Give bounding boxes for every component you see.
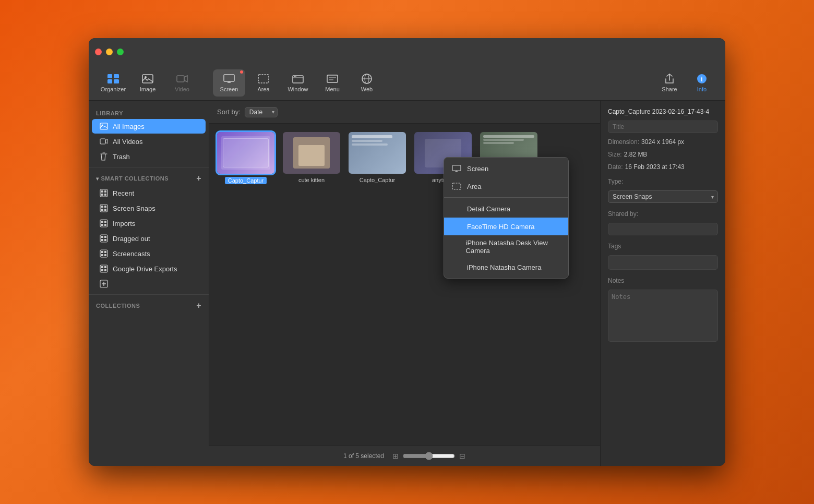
svg-rect-3 — [114, 79, 119, 83]
thumbnail-label-3: Capto_Captur — [360, 177, 396, 183]
svg-rect-58 — [452, 183, 461, 189]
smart-collections-chevron[interactable]: ▾ — [96, 176, 99, 182]
info-dimension-row: Dimension: 3024 x 1964 px — [608, 138, 718, 146]
zoom-slider[interactable] — [403, 452, 455, 460]
dropdown-facetime-icon — [451, 221, 462, 232]
sort-select[interactable]: Date Name Size — [245, 107, 278, 117]
trash-label: Trash — [113, 153, 130, 161]
dropdown-detail-camera-icon — [451, 203, 462, 214]
video-button[interactable]: Video — [166, 69, 198, 97]
info-title-input[interactable] — [608, 121, 718, 133]
organizer-icon — [106, 73, 121, 85]
svg-rect-49 — [100, 265, 107, 272]
recent-label: Recent — [113, 189, 134, 197]
dropdown-detail-camera-label: Detail Camera — [467, 205, 510, 213]
svg-rect-32 — [101, 209, 103, 211]
screen-button[interactable]: Screen — [213, 69, 245, 97]
maximize-button[interactable] — [117, 49, 124, 55]
svg-rect-25 — [101, 190, 103, 193]
image-button[interactable]: Image — [131, 69, 164, 97]
svg-rect-51 — [104, 266, 106, 268]
thumbnail-image-1 — [217, 132, 274, 174]
svg-rect-29 — [100, 205, 107, 212]
svg-rect-24 — [100, 189, 107, 197]
share-button[interactable]: Share — [654, 69, 685, 97]
info-shared-by-input[interactable] — [608, 223, 718, 235]
sidebar-item-add-collection[interactable] — [92, 277, 206, 291]
svg-rect-8 — [258, 75, 269, 83]
info-size-label: Size: — [608, 151, 622, 158]
add-collection-icon — [99, 279, 109, 289]
add-smart-collection-button[interactable]: + — [196, 174, 201, 183]
dropdown-iphone-camera-label: iPhone Natasha Camera — [467, 263, 541, 271]
svg-rect-45 — [101, 251, 103, 253]
info-type-dropdown[interactable]: Screen Snaps — [608, 190, 718, 203]
sidebar-item-google-drive-exports[interactable]: Google Drive Exports — [92, 261, 206, 276]
sidebar-item-all-images[interactable]: All Images — [92, 119, 206, 134]
svg-rect-40 — [101, 236, 103, 238]
svg-rect-57 — [452, 165, 461, 171]
content-toolbar: Sort by: Date Name Size — [209, 101, 600, 124]
svg-rect-52 — [101, 269, 103, 271]
svg-rect-50 — [101, 266, 103, 268]
slider-area: ⊞ ⊟ — [392, 452, 465, 460]
area-button[interactable]: Area — [247, 69, 280, 97]
window-button[interactable]: Window — [282, 69, 314, 97]
area-icon — [256, 73, 271, 85]
dropdown-area-icon — [451, 181, 462, 191]
menu-button[interactable]: Menu — [316, 69, 349, 97]
svg-rect-34 — [100, 220, 107, 227]
thumbnail-image-3 — [349, 132, 406, 174]
svg-rect-28 — [104, 194, 106, 196]
google-drive-exports-icon — [99, 264, 109, 273]
web-button[interactable]: Web — [351, 69, 383, 97]
svg-rect-39 — [100, 235, 107, 242]
thumbnail-item-1[interactable]: Capto_Captur — [217, 132, 274, 184]
svg-rect-7 — [224, 75, 234, 81]
add-collection-button[interactable]: + — [196, 301, 201, 310]
svg-rect-53 — [104, 269, 106, 271]
all-videos-label: All Videos — [113, 138, 143, 146]
sidebar-item-all-videos[interactable]: All Videos — [92, 134, 206, 149]
all-images-icon — [99, 122, 109, 131]
info-shared-by-label: Shared by: — [608, 210, 718, 218]
svg-rect-44 — [100, 250, 107, 257]
dropdown-item-iphone-camera[interactable]: iPhone Natasha Camera — [444, 258, 568, 276]
sidebar-item-screen-snaps[interactable]: Screen Snaps — [92, 201, 206, 215]
dropdown-item-iphone-desk[interactable]: iPhone Natasha Desk View Camera — [444, 235, 568, 258]
sidebar-item-screencasts[interactable]: Screencasts — [92, 246, 206, 261]
info-button[interactable]: i Info — [687, 69, 717, 97]
info-tags-field[interactable] — [608, 255, 718, 270]
svg-rect-13 — [327, 75, 338, 82]
area-label: Area — [257, 86, 269, 92]
info-type-label: Type: — [608, 178, 718, 185]
sidebar-item-recent[interactable]: Recent — [92, 186, 206, 200]
minimize-button[interactable] — [106, 49, 113, 55]
dropdown-separator-1 — [444, 197, 568, 198]
dropdown-iphone-desk-icon — [451, 242, 461, 252]
thumbnail-item-3[interactable]: Capto_Captur — [349, 132, 406, 184]
thumbnail-item-2[interactable]: cute kitten — [283, 132, 340, 184]
toolbar: Organizer Image Video — [89, 65, 725, 101]
sidebar-item-trash[interactable]: Trash — [92, 149, 206, 164]
thumbnail-label-1: Capto_Captur — [225, 177, 267, 184]
svg-rect-31 — [104, 206, 106, 208]
image-icon — [140, 73, 155, 85]
video-label: Video — [175, 86, 189, 92]
svg-rect-27 — [101, 194, 103, 196]
dropdown-item-area[interactable]: Area — [444, 177, 568, 195]
info-filename: Capto_Capture 2023-02-16_17-43-4 — [608, 108, 718, 115]
svg-rect-43 — [104, 239, 106, 241]
info-notes-textarea[interactable] — [608, 290, 718, 342]
svg-point-11 — [294, 76, 295, 77]
svg-rect-41 — [104, 236, 106, 238]
dropdown-item-screen[interactable]: Screen — [444, 160, 568, 177]
sidebar-item-dragged-out[interactable]: Dragged out — [92, 231, 206, 246]
dropdown-item-detail-camera[interactable]: Detail Camera — [444, 200, 568, 218]
dropdown-item-facetime-hd[interactable]: FaceTime HD Camera — [444, 218, 568, 235]
close-button[interactable] — [95, 49, 102, 55]
svg-rect-1 — [114, 74, 119, 78]
sidebar-item-imports[interactable]: Imports — [92, 216, 206, 231]
all-videos-icon — [99, 137, 109, 146]
organizer-button[interactable]: Organizer — [97, 69, 129, 97]
